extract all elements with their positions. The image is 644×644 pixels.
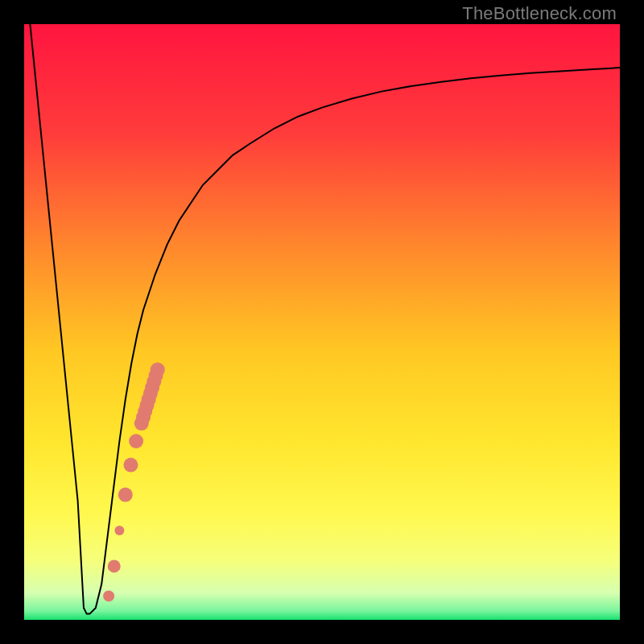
highlight-dot — [103, 590, 114, 601]
highlight-dot — [129, 434, 143, 448]
highlight-dot — [123, 458, 138, 473]
chart-frame: TheBottleneck.com — [0, 0, 644, 644]
highlight-dot — [114, 526, 124, 535]
highlight-dot — [151, 362, 165, 377]
highlight-dot — [118, 488, 133, 502]
bottleneck-chart — [24, 24, 620, 620]
plot-area — [24, 24, 620, 620]
highlight-dot — [108, 559, 121, 572]
gradient-background — [24, 24, 620, 620]
watermark-text: TheBottleneck.com — [462, 3, 617, 24]
